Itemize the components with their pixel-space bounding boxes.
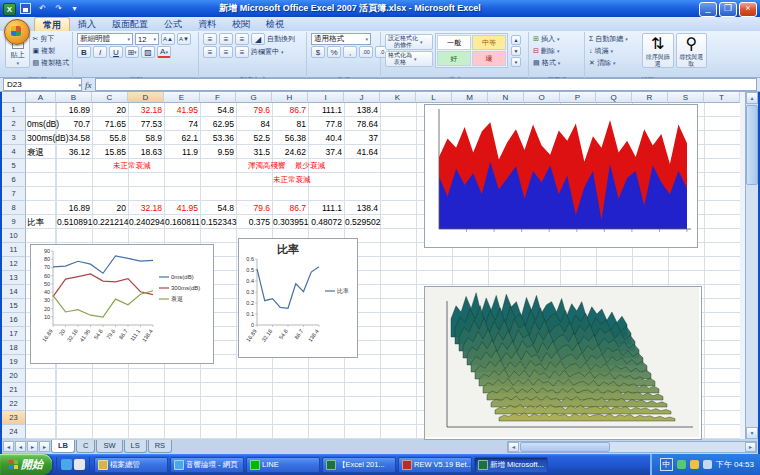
sheet-tab-SW[interactable]: SW — [96, 440, 122, 453]
column-header-K[interactable]: K — [380, 92, 416, 103]
cell-style-2[interactable]: 好 — [437, 51, 471, 66]
comma-style-button[interactable]: , — [343, 46, 357, 58]
insert-function-icon[interactable]: fx — [85, 80, 92, 90]
format-cells-button[interactable]: ▤格式▾ — [533, 57, 581, 68]
delete-cells-button[interactable]: ⊟刪除▾ — [533, 45, 581, 56]
row-header-6[interactable]: 6 — [2, 173, 26, 187]
column-header-J[interactable]: J — [344, 92, 380, 103]
cut-button[interactable]: ✂剪下 — [32, 33, 69, 44]
row-header-17[interactable]: 17 — [2, 327, 26, 341]
row-header-1[interactable]: 1 — [2, 103, 26, 117]
cell-E8[interactable]: 41.95 — [165, 201, 198, 215]
row-header-14[interactable]: 14 — [2, 285, 26, 299]
cell-C5[interactable]: 未正常衰減 — [113, 159, 151, 173]
tray-app-icon[interactable] — [677, 460, 686, 469]
column-header-H[interactable]: H — [272, 92, 308, 103]
sheet-tab-LS[interactable]: LS — [124, 440, 147, 453]
ratio-line-chart[interactable]: 00.10.20.30.40.50.616.8932.1854.886.7138… — [238, 238, 358, 358]
column-header-M[interactable]: M — [452, 92, 488, 103]
cell-F3[interactable]: 53.36 — [201, 131, 234, 145]
task-button-3[interactable]: 【Excel 201... — [322, 457, 396, 473]
scroll-up-icon[interactable]: ▲ — [746, 92, 758, 104]
ribbon-tab-6[interactable]: 檢視 — [258, 17, 292, 31]
cell-C8[interactable]: 20 — [93, 201, 126, 215]
column-header-I[interactable]: I — [308, 92, 344, 103]
insert-cells-button[interactable]: ⊞插入▾ — [533, 33, 581, 44]
cell-J2[interactable]: 78.64 — [345, 117, 378, 131]
align-top-icon[interactable]: ≡ — [203, 33, 217, 45]
scroll-down-icon[interactable]: ▼ — [746, 427, 758, 439]
cell-E9[interactable]: 0.160811 — [165, 215, 198, 229]
cell-J8[interactable]: 138.4 — [345, 201, 378, 215]
format-painter-button[interactable]: ▧複製格式 — [32, 57, 69, 68]
cell-C9[interactable]: 0.221214 — [93, 215, 126, 229]
copy-button[interactable]: ▣複製 — [32, 45, 69, 56]
cell-E1[interactable]: 41.95 — [165, 103, 198, 117]
gallery-up-icon[interactable]: ▲ — [511, 35, 521, 45]
column-header-G[interactable]: G — [236, 92, 272, 103]
ribbon-tab-5[interactable]: 校閱 — [224, 17, 258, 31]
ribbon-tab-4[interactable]: 資料 — [190, 17, 224, 31]
shrink-font-button[interactable]: A▼ — [177, 33, 191, 45]
column-header-N[interactable]: N — [488, 92, 524, 103]
cell-B3[interactable]: 34.58 — [57, 131, 90, 145]
column-header-F[interactable]: F — [200, 92, 236, 103]
font-color-button[interactable]: A▾ — [157, 46, 171, 58]
quicklaunch-desktop-icon[interactable] — [74, 459, 85, 470]
cell-D3[interactable]: 58.9 — [129, 131, 162, 145]
row-header-19[interactable]: 19 — [2, 355, 26, 369]
formula-input[interactable] — [95, 78, 758, 91]
cell-B8[interactable]: 16.89 — [57, 201, 90, 215]
column-header-P[interactable]: P — [560, 92, 596, 103]
clear-button[interactable]: ✕清除▾ — [589, 57, 640, 68]
column-header-L[interactable]: L — [416, 92, 452, 103]
ribbon-tab-1[interactable]: 插入 — [70, 17, 104, 31]
cell-D1[interactable]: 32.18 — [129, 103, 162, 117]
row-header-3[interactable]: 3 — [2, 131, 26, 145]
cell-H6[interactable]: 未正常衰減 — [273, 173, 311, 187]
align-center-icon[interactable]: ≡ — [219, 46, 233, 58]
cell-G2[interactable]: 84 — [237, 117, 270, 131]
ribbon-tab-0[interactable]: 常用 — [34, 17, 70, 31]
row-header-21[interactable]: 21 — [2, 383, 26, 397]
column-header-S[interactable]: S — [668, 92, 704, 103]
name-box[interactable]: D23▾ — [3, 78, 82, 91]
vertical-scrollbar[interactable]: ▲ ▼ — [745, 92, 758, 439]
align-middle-icon[interactable]: ≡ — [219, 33, 233, 45]
cell-D4[interactable]: 18.63 — [129, 145, 162, 159]
quicklaunch-browser-icon[interactable] — [61, 459, 72, 470]
maximize-button[interactable]: ❐ — [719, 2, 737, 17]
row-header-7[interactable]: 7 — [2, 187, 26, 201]
cell-style-3[interactable]: 壞 — [472, 51, 506, 66]
cell-I1[interactable]: 111.1 — [309, 103, 342, 117]
task-button-0[interactable]: 檔案總管 — [94, 457, 168, 473]
italic-button[interactable]: I — [93, 46, 107, 58]
cell-G9[interactable]: 0.375 — [237, 215, 270, 229]
vertical-scroll-thumb[interactable] — [746, 105, 758, 185]
cell-J3[interactable]: 37 — [345, 131, 378, 145]
cell-J4[interactable]: 41.64 — [345, 145, 378, 159]
column-header-T[interactable]: T — [704, 92, 740, 103]
font-name-combo[interactable]: 新細明體▾ — [77, 33, 133, 45]
row-header-23[interactable]: 23 — [2, 411, 26, 425]
tray-volume-icon[interactable] — [690, 460, 699, 469]
cell-G5[interactable]: 渾濁高殘響 — [248, 159, 286, 173]
gallery-down-icon[interactable]: ▼ — [511, 46, 521, 56]
horizontal-scroll-thumb[interactable] — [520, 442, 610, 452]
task-button-5[interactable]: 新增 Microsoft... — [474, 457, 548, 473]
fill-color-button[interactable]: ▨ — [141, 46, 155, 58]
column-header-O[interactable]: O — [524, 92, 560, 103]
first-sheet-icon[interactable]: ◄ — [3, 441, 14, 452]
tray-network-icon[interactable] — [703, 460, 712, 469]
row-header-22[interactable]: 22 — [2, 397, 26, 411]
cell-E4[interactable]: 11.9 — [165, 145, 198, 159]
task-button-4[interactable]: REW V5.19 Bet... — [398, 457, 472, 473]
cell-B4[interactable]: 36.12 — [57, 145, 90, 159]
cell-G1[interactable]: 79.6 — [237, 103, 270, 117]
column-header-B[interactable]: B — [56, 92, 92, 103]
cell-C2[interactable]: 71.65 — [93, 117, 126, 131]
fill-button[interactable]: ↓填滿▾ — [589, 45, 640, 56]
levels-line-chart[interactable]: 10203040506070809016.892032.1841.9554.87… — [30, 244, 214, 364]
row-header-15[interactable]: 15 — [2, 299, 26, 313]
column-header-Q[interactable]: Q — [596, 92, 632, 103]
